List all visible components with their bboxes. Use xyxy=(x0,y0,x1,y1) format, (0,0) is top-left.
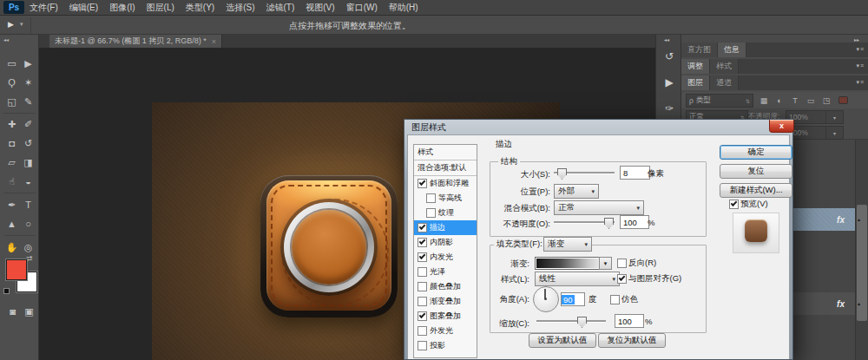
menu-item-view[interactable]: 视图(V) xyxy=(306,2,334,14)
menu-item-window[interactable]: 窗口(W) xyxy=(346,2,378,14)
reset-button[interactable]: 复位 xyxy=(720,164,792,179)
style-item-drop-shadow[interactable]: 投影 xyxy=(414,338,477,353)
checkbox[interactable] xyxy=(418,282,427,291)
tool-history-brush[interactable]: ↺ xyxy=(20,135,36,151)
panel-menu-icon[interactable]: ▾≡ xyxy=(856,46,865,53)
set-default-button[interactable]: 设置为默认值 xyxy=(529,333,596,348)
style-item-gradient-overlay[interactable]: 渐变叠加 xyxy=(414,294,477,309)
screen-mode-button[interactable]: ▣ xyxy=(21,304,37,319)
checkbox[interactable] xyxy=(426,208,436,218)
style-item-color-overlay[interactable]: 颜色叠加 xyxy=(414,279,477,294)
checkbox[interactable] xyxy=(418,179,427,188)
menu-item-layer[interactable]: 图层(L) xyxy=(147,2,174,14)
checkbox[interactable] xyxy=(418,252,427,262)
foreground-color-swatch[interactable] xyxy=(6,259,27,280)
tool-move[interactable]: ▶ xyxy=(20,56,36,71)
angle-dial[interactable] xyxy=(533,286,559,312)
layer-filter-type-dropdown[interactable]: ρ 类型 ⇅ xyxy=(686,94,753,108)
opacity-dropdown-button[interactable]: ▾ xyxy=(825,110,844,124)
blend-mode-dropdown[interactable]: 正常▾ xyxy=(554,200,644,215)
style-item-pattern-overlay[interactable]: 图案叠加 xyxy=(414,309,477,324)
tab-channels[interactable]: 通道 xyxy=(710,75,739,90)
position-dropdown[interactable]: 外部▾ xyxy=(554,184,599,199)
checkbox[interactable] xyxy=(418,238,427,247)
dock-expand-icon[interactable]: ◂◂ xyxy=(664,36,669,43)
filter-adjustment-layers-button[interactable]: ◐ xyxy=(773,95,786,106)
opacity-input[interactable]: 100 xyxy=(620,215,649,229)
style-item-texture[interactable]: 纹理 xyxy=(414,206,477,220)
fx-collapse-arrow-icon[interactable]: ▴ xyxy=(858,216,860,222)
style-item-inner-shadow[interactable]: 内阴影 xyxy=(414,235,477,250)
checkbox[interactable] xyxy=(418,297,427,306)
style-item-blending-options[interactable]: 混合选项:默认 xyxy=(414,160,477,176)
checkbox[interactable] xyxy=(418,311,427,321)
menu-item-image[interactable]: 图像(I) xyxy=(109,2,135,14)
menu-item-type[interactable]: 类型(Y) xyxy=(186,2,214,14)
tab-layers[interactable]: 图层 xyxy=(681,75,710,90)
history-panel-button[interactable]: ↺ xyxy=(661,49,677,64)
fill-dropdown-button[interactable]: ▾ xyxy=(825,126,844,140)
new-style-button[interactable]: 新建样式(W)... xyxy=(720,183,792,198)
tool-ellipse[interactable]: ○ xyxy=(20,216,36,232)
tool-smudge[interactable]: ☝ xyxy=(3,173,20,189)
checkbox[interactable] xyxy=(426,193,436,203)
actions-panel-button[interactable]: ▶ xyxy=(661,75,677,90)
style-item-stroke[interactable]: 描边 xyxy=(414,220,477,235)
document-tab[interactable]: 未标题-1 @ 66.7% (椭圆 1 拷贝 2, RGB/8) * × xyxy=(49,35,222,48)
filter-shape-layers-button[interactable]: ▭ xyxy=(805,95,817,106)
tool-quick-selection[interactable]: ✶ xyxy=(20,75,36,90)
tool-gradient[interactable]: ◨ xyxy=(20,154,36,170)
tool-crop[interactable]: ◱ xyxy=(3,94,20,109)
close-tab-icon[interactable]: × xyxy=(212,37,216,46)
filter-smart-objects-button[interactable]: ◳ xyxy=(820,95,832,106)
style-item-satin[interactable]: 光泽 xyxy=(414,265,477,279)
checkbox[interactable] xyxy=(418,341,427,350)
tab-styles[interactable]: 样式 xyxy=(710,59,739,74)
menu-item-edit[interactable]: 编辑(E) xyxy=(69,2,98,14)
quick-mask-button[interactable]: ◙ xyxy=(4,304,21,319)
size-input[interactable]: 8 xyxy=(620,166,650,180)
preview-checkbox[interactable] xyxy=(729,200,739,209)
tool-eraser[interactable]: ▱ xyxy=(3,154,20,170)
align-with-layer-checkbox[interactable] xyxy=(617,274,627,284)
checkbox[interactable] xyxy=(418,223,427,232)
gradient-style-dropdown[interactable]: 线性▾ xyxy=(535,272,620,286)
tool-lasso[interactable]: Ϙ xyxy=(3,75,20,90)
tool-type[interactable]: T xyxy=(20,197,36,213)
tool-brush[interactable]: ✐ xyxy=(20,116,36,132)
fx-collapse-arrow-icon[interactable]: ▴ xyxy=(858,300,860,306)
menu-item-help[interactable]: 帮助(H) xyxy=(389,2,418,14)
style-item-outer-glow[interactable]: 外发光 xyxy=(414,324,477,338)
fill-type-dropdown[interactable]: 渐变▾ xyxy=(543,237,592,252)
style-item-inner-glow[interactable]: 内发光 xyxy=(414,250,477,265)
scale-slider[interactable] xyxy=(536,316,606,325)
angle-input[interactable]: 90 xyxy=(561,292,585,306)
tab-histogram[interactable]: 直方图 xyxy=(681,43,718,57)
style-item-bevel-emboss[interactable]: 斜面和浮雕 xyxy=(414,176,477,191)
panel-menu-icon[interactable]: ▾≡ xyxy=(856,62,865,69)
dither-checkbox[interactable] xyxy=(610,295,620,304)
reset-default-button[interactable]: 复位为默认值 xyxy=(598,333,666,348)
move-tool-icon[interactable]: ▶ xyxy=(8,20,14,29)
tool-healing-brush[interactable]: ✚ xyxy=(3,116,20,132)
checkbox[interactable] xyxy=(418,326,427,336)
tool-preset-arrow-icon[interactable]: ▾ xyxy=(20,21,23,28)
style-item-contour[interactable]: 等高线 xyxy=(414,191,477,206)
layer-filter-toggle[interactable] xyxy=(838,96,848,104)
tool-dodge[interactable]: ◒ xyxy=(20,173,36,189)
checkbox[interactable] xyxy=(418,267,427,277)
dialog-close-button[interactable]: x xyxy=(769,120,794,133)
menu-item-file[interactable]: 文件(F) xyxy=(30,2,58,14)
scale-input[interactable]: 100 xyxy=(615,314,644,328)
tool-zoom[interactable]: ◎ xyxy=(20,239,36,255)
reverse-checkbox[interactable] xyxy=(617,259,627,268)
layers-scrollbar[interactable] xyxy=(855,140,868,360)
tab-adjustments[interactable]: 调整 xyxy=(681,59,710,74)
tool-clone-stamp[interactable]: ◘ xyxy=(3,135,20,151)
brush-presets-panel-button[interactable]: ✑ xyxy=(661,101,677,116)
tool-path-selection[interactable]: ▲ xyxy=(3,216,20,232)
tool-pen[interactable]: ✒ xyxy=(3,197,20,213)
gradient-picker-button[interactable]: ▼ xyxy=(599,257,612,270)
tab-info[interactable]: 信息 xyxy=(718,43,746,57)
tool-rectangular-marquee[interactable]: ▭ xyxy=(3,56,20,71)
